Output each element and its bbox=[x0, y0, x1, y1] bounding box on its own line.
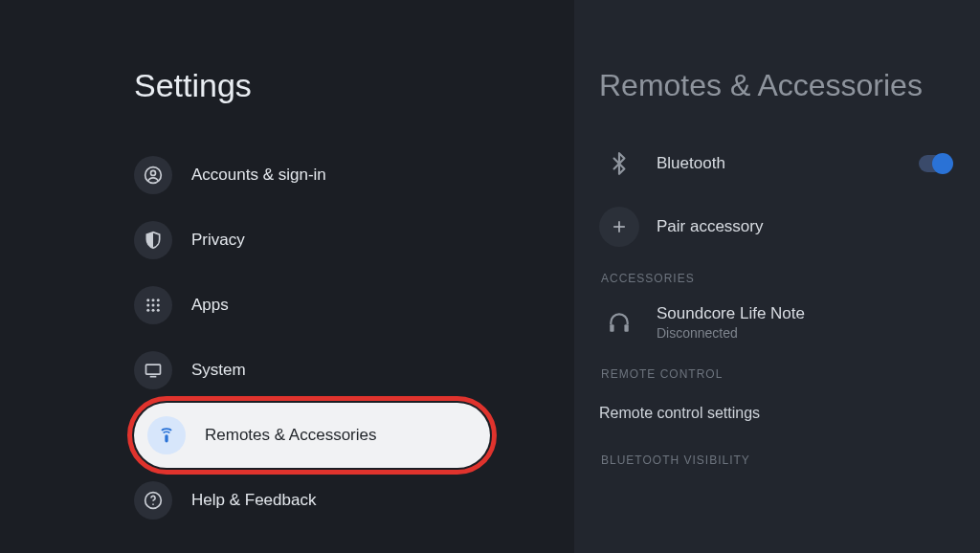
plus-icon bbox=[599, 207, 639, 247]
sidebar-item-label: Remotes & Accessories bbox=[205, 426, 377, 445]
svg-point-15 bbox=[152, 503, 154, 505]
settings-sidebar: Settings Accounts & sign-in Privacy Apps… bbox=[0, 0, 574, 553]
sidebar-item-label: Apps bbox=[191, 296, 229, 315]
bluetooth-toggle[interactable] bbox=[919, 155, 951, 172]
remote-icon bbox=[147, 416, 186, 454]
help-icon bbox=[134, 481, 172, 520]
tv-icon bbox=[134, 351, 172, 389]
account-icon bbox=[134, 156, 172, 194]
sidebar-item-help[interactable]: Help & Feedback bbox=[134, 468, 574, 533]
headphones-icon bbox=[599, 302, 639, 343]
svg-point-9 bbox=[152, 309, 155, 312]
remote-settings-label: Remote control settings bbox=[599, 405, 760, 422]
svg-rect-11 bbox=[146, 365, 161, 374]
sidebar-item-label: Help & Feedback bbox=[191, 491, 316, 510]
svg-point-1 bbox=[151, 170, 156, 175]
accessories-caption: ACCESSORIES bbox=[601, 272, 980, 285]
bluetooth-label: Bluetooth bbox=[657, 154, 725, 173]
settings-nav-list: Accounts & sign-in Privacy Apps System R… bbox=[134, 143, 574, 533]
bluetooth-row[interactable]: Bluetooth bbox=[599, 132, 980, 195]
page-title: Settings bbox=[134, 67, 574, 104]
sidebar-item-privacy[interactable]: Privacy bbox=[134, 208, 574, 273]
svg-point-2 bbox=[146, 299, 149, 301]
remote-control-settings-row[interactable]: Remote control settings bbox=[599, 387, 980, 440]
detail-title: Remotes & Accessories bbox=[599, 67, 980, 103]
sidebar-item-label: Accounts & sign-in bbox=[191, 166, 326, 185]
bluetooth-visibility-caption: BLUETOOTH VISIBILITY bbox=[601, 453, 980, 467]
sidebar-item-remotes-accessories[interactable]: Remotes & Accessories bbox=[134, 403, 490, 468]
svg-point-5 bbox=[146, 304, 149, 307]
shield-icon bbox=[134, 221, 172, 259]
sidebar-item-system[interactable]: System bbox=[134, 338, 574, 403]
svg-point-6 bbox=[152, 304, 155, 307]
svg-point-4 bbox=[157, 299, 160, 301]
svg-rect-18 bbox=[610, 325, 613, 333]
accessory-row[interactable]: Soundcore Life Note Disconnected bbox=[599, 291, 980, 354]
sidebar-item-apps[interactable]: Apps bbox=[134, 273, 574, 338]
sidebar-item-label: Privacy bbox=[191, 231, 245, 250]
svg-point-3 bbox=[152, 299, 155, 301]
bluetooth-icon bbox=[599, 144, 639, 184]
svg-point-10 bbox=[157, 309, 160, 312]
pair-label: Pair accessory bbox=[657, 217, 763, 236]
sidebar-item-label: System bbox=[191, 361, 246, 380]
svg-point-7 bbox=[157, 304, 160, 307]
pair-accessory-row[interactable]: Pair accessory bbox=[599, 195, 980, 258]
svg-point-8 bbox=[146, 309, 149, 312]
accessory-status: Disconnected bbox=[657, 325, 805, 341]
apps-icon bbox=[134, 286, 172, 324]
detail-panel: Remotes & Accessories Bluetooth Pair acc… bbox=[574, 0, 980, 553]
sidebar-item-accounts[interactable]: Accounts & sign-in bbox=[134, 143, 574, 208]
svg-rect-13 bbox=[165, 434, 167, 442]
svg-rect-19 bbox=[624, 325, 628, 333]
detail-list: Bluetooth Pair accessory ACCESSORIES Sou… bbox=[599, 132, 980, 467]
remote-control-caption: REMOTE CONTROL bbox=[601, 367, 980, 381]
accessory-name: Soundcore Life Note bbox=[657, 304, 805, 323]
